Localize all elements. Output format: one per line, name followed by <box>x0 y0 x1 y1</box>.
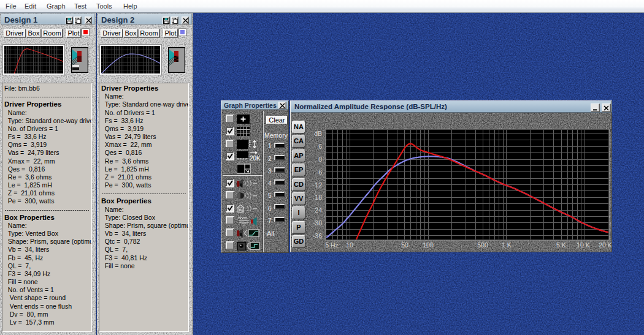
svg-text:0: 0 <box>318 156 322 163</box>
svg-text:20 K: 20 K <box>599 241 612 249</box>
svg-text:-24: -24 <box>313 206 322 214</box>
svg-text:10: 10 <box>346 241 353 249</box>
svg-text:-30: -30 <box>313 219 322 227</box>
svg-text:50: 50 <box>401 241 408 249</box>
svg-text:-18: -18 <box>313 194 322 201</box>
svg-text:dB: dB <box>314 130 322 137</box>
svg-text:20K: 20K <box>250 154 260 161</box>
svg-text:10 K: 10 K <box>577 241 590 249</box>
svg-text:-6: -6 <box>316 168 322 176</box>
svg-text:6: 6 <box>318 143 322 150</box>
svg-text:-36: -36 <box>313 232 322 239</box>
svg-text:5 K: 5 K <box>556 241 566 249</box>
svg-text:100: 100 <box>423 241 434 249</box>
svg-text:5 Hz: 5 Hz <box>325 241 339 249</box>
svg-text:1 K: 1 K <box>502 241 512 249</box>
svg-text:500: 500 <box>477 241 488 249</box>
svg-text:-12: -12 <box>313 181 322 189</box>
